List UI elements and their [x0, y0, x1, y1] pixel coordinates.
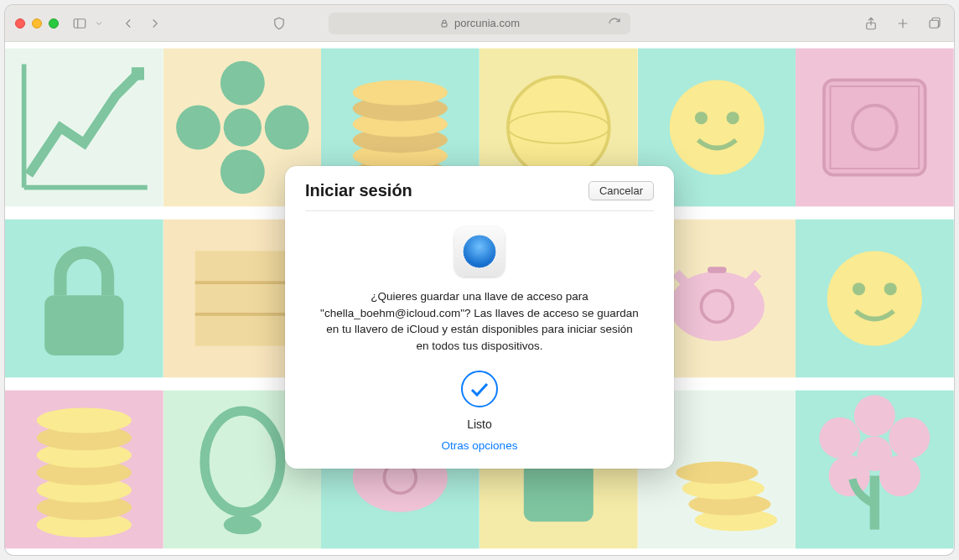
reload-icon[interactable]: [605, 14, 624, 33]
svg-point-72: [676, 462, 758, 484]
svg-point-13: [220, 149, 265, 194]
share-icon[interactable]: [862, 14, 880, 33]
window-controls: [15, 18, 59, 29]
svg-rect-6: [930, 20, 939, 28]
chevron-down-icon[interactable]: [94, 14, 104, 33]
svg-point-11: [223, 108, 261, 146]
svg-point-14: [176, 106, 220, 150]
page-content: Iniciar sesión Cancelar ¿Quieres guardar…: [5, 42, 954, 555]
svg-point-12: [220, 61, 265, 106]
dialog-title: Iniciar sesión: [305, 181, 412, 200]
svg-point-79: [879, 455, 920, 496]
done-label: Listo: [467, 417, 492, 431]
passkey-dialog: Iniciar sesión Cancelar ¿Quieres guardar…: [285, 166, 674, 469]
back-button[interactable]: [119, 14, 137, 33]
dialog-message: ¿Quieres guardar una llave de acceso par…: [320, 288, 639, 354]
svg-point-49: [853, 283, 865, 295]
svg-rect-67: [524, 462, 594, 522]
svg-point-76: [820, 417, 861, 459]
svg-rect-38: [194, 251, 289, 345]
minimize-window-button[interactable]: [32, 18, 42, 29]
svg-rect-2: [442, 23, 447, 27]
forward-button[interactable]: [146, 14, 164, 33]
svg-point-48: [827, 251, 922, 345]
svg-point-50: [884, 283, 897, 295]
svg-point-30: [726, 111, 739, 124]
tab-overview-icon[interactable]: [925, 14, 944, 33]
lock-icon: [439, 18, 449, 29]
browser-toolbar: porcunia.com: [5, 5, 954, 42]
safari-app-icon: [454, 226, 505, 277]
close-window-button[interactable]: [15, 18, 25, 29]
url-text: porcunia.com: [454, 17, 520, 29]
cancel-button[interactable]: Cancelar: [588, 181, 654, 200]
privacy-report-icon[interactable]: [270, 14, 288, 33]
svg-point-15: [264, 106, 308, 150]
other-options-link[interactable]: Otras opciones: [442, 439, 518, 452]
fullscreen-window-button[interactable]: [49, 18, 59, 29]
new-tab-icon[interactable]: [894, 14, 912, 33]
svg-point-78: [829, 455, 870, 496]
svg-point-22: [353, 80, 448, 105]
svg-rect-0: [74, 18, 86, 28]
address-bar[interactable]: porcunia.com: [329, 13, 630, 34]
svg-point-75: [854, 395, 895, 436]
svg-point-29: [695, 111, 708, 124]
sidebar-toggle-icon[interactable]: [70, 14, 89, 33]
svg-point-28: [669, 80, 764, 174]
svg-point-58: [37, 407, 132, 433]
svg-rect-36: [44, 295, 123, 355]
svg-rect-32: [824, 80, 925, 174]
success-check-icon: [461, 371, 498, 407]
svg-point-61: [223, 516, 261, 535]
safari-window: porcunia.com: [5, 5, 954, 555]
svg-point-77: [889, 417, 930, 459]
svg-rect-46: [708, 267, 727, 273]
